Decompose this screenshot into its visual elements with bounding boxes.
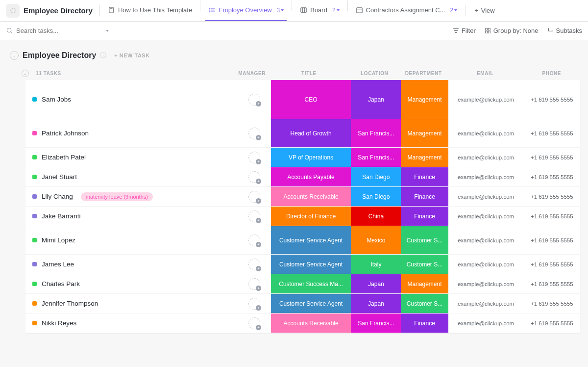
- chevron-down-icon[interactable]: [106, 30, 109, 32]
- col-department[interactable]: DEPARTMENT: [400, 71, 447, 76]
- search-input[interactable]: [16, 27, 90, 34]
- manager-cell[interactable]: [238, 187, 270, 206]
- location-cell[interactable]: San Francis...: [351, 314, 401, 333]
- location-cell[interactable]: San Diego: [351, 167, 401, 186]
- table-row[interactable]: Sam Jobs CEO Japan Management example@cl…: [25, 80, 580, 119]
- title-cell[interactable]: Customer Success Ma...: [271, 274, 351, 293]
- table-row[interactable]: Lily Chang maternity leave (9months) Acc…: [25, 187, 580, 207]
- collapse-icon[interactable]: ⌄: [22, 70, 29, 77]
- location-cell[interactable]: Mexico: [351, 226, 401, 254]
- search-input-wrap[interactable]: [6, 27, 109, 34]
- new-task-button[interactable]: + NEW TASK: [114, 52, 149, 58]
- phone-cell[interactable]: +1 619 555 5555: [524, 314, 580, 333]
- manager-cell[interactable]: [238, 167, 270, 186]
- phone-cell[interactable]: +1 619 555 5555: [524, 226, 580, 254]
- assign-manager-icon[interactable]: [248, 298, 260, 310]
- title-cell[interactable]: CEO: [271, 80, 351, 119]
- tab-how-to-use-this-template[interactable]: How to Use This Template: [105, 0, 195, 21]
- location-cell[interactable]: San Francis...: [351, 119, 401, 147]
- department-cell[interactable]: Customer S...: [401, 294, 448, 313]
- email-cell[interactable]: example@clickup.com: [448, 167, 524, 186]
- manager-cell[interactable]: [238, 274, 270, 293]
- department-cell[interactable]: Finance: [401, 314, 448, 333]
- name-cell[interactable]: Janel Stuart: [25, 167, 238, 186]
- tab-employe-overview[interactable]: Employe Overview 3: [205, 0, 287, 21]
- title-cell[interactable]: Director of Finance: [271, 207, 351, 226]
- add-view-button[interactable]: + View: [470, 7, 499, 14]
- collapse-icon[interactable]: ⌄: [10, 51, 19, 60]
- table-row[interactable]: Jennifer Thompson Customer Service Agent…: [25, 294, 580, 314]
- email-cell[interactable]: example@clickup.com: [448, 294, 524, 313]
- manager-cell[interactable]: [238, 226, 270, 254]
- col-location[interactable]: LOCATION: [349, 71, 400, 76]
- email-cell[interactable]: example@clickup.com: [448, 226, 524, 254]
- groupby-button[interactable]: Group by: None: [485, 27, 539, 34]
- manager-cell[interactable]: [238, 148, 270, 167]
- filter-button[interactable]: Filter: [453, 27, 476, 34]
- location-cell[interactable]: Japan: [351, 294, 401, 313]
- email-cell[interactable]: example@clickup.com: [448, 119, 524, 147]
- department-cell[interactable]: Management: [401, 119, 448, 147]
- table-row[interactable]: Elizabeth Patel VP of Operations San Fra…: [25, 148, 580, 167]
- assign-manager-icon[interactable]: [248, 152, 260, 163]
- title-cell[interactable]: Customer Service Agent: [271, 226, 351, 254]
- department-cell[interactable]: Finance: [401, 167, 448, 186]
- manager-cell[interactable]: [238, 80, 270, 119]
- title-cell[interactable]: VP of Operations: [271, 148, 351, 167]
- table-row[interactable]: Jake Barranti Director of Finance China …: [25, 207, 580, 226]
- title-cell[interactable]: Accounts Payable: [271, 167, 351, 186]
- department-cell[interactable]: Finance: [401, 207, 448, 226]
- location-cell[interactable]: Japan: [351, 80, 401, 119]
- assign-manager-icon[interactable]: [248, 235, 260, 246]
- name-cell[interactable]: Jennifer Thompson: [25, 294, 238, 313]
- info-icon[interactable]: ⓘ: [100, 51, 106, 60]
- assign-manager-icon[interactable]: [248, 191, 260, 203]
- table-row[interactable]: Charles Park Customer Success Ma... Japa…: [25, 274, 580, 294]
- name-cell[interactable]: Nikki Reyes: [25, 314, 238, 333]
- assign-manager-icon[interactable]: [248, 278, 260, 290]
- department-cell[interactable]: Management: [401, 274, 448, 293]
- subtasks-button[interactable]: Subtasks: [547, 27, 582, 34]
- email-cell[interactable]: example@clickup.com: [448, 207, 524, 226]
- email-cell[interactable]: example@clickup.com: [448, 80, 524, 119]
- assign-manager-icon[interactable]: [248, 259, 260, 270]
- phone-cell[interactable]: +1 619 555 5555: [524, 207, 580, 226]
- title-cell[interactable]: Accounts Receivable: [271, 187, 351, 206]
- tab-contractors-assignment-c[interactable]: Contractors Assignment C... 2: [353, 0, 461, 21]
- location-cell[interactable]: San Diego: [351, 187, 401, 206]
- assign-manager-icon[interactable]: [248, 317, 260, 329]
- phone-cell[interactable]: +1 619 555 5555: [524, 167, 580, 186]
- email-cell[interactable]: example@clickup.com: [448, 148, 524, 167]
- assign-manager-icon[interactable]: [248, 171, 260, 183]
- name-cell[interactable]: Jake Barranti: [25, 207, 238, 226]
- department-cell[interactable]: Customer S...: [401, 226, 448, 254]
- table-row[interactable]: James Lee Customer Service Agent Italy C…: [25, 255, 580, 274]
- table-row[interactable]: Mimi Lopez Customer Service Agent Mexico…: [25, 226, 580, 255]
- manager-cell[interactable]: [238, 119, 270, 147]
- manager-cell[interactable]: [238, 314, 270, 333]
- assign-manager-icon[interactable]: [248, 94, 260, 105]
- table-row[interactable]: Janel Stuart Accounts Payable San Diego …: [25, 167, 580, 187]
- assign-manager-icon[interactable]: [248, 128, 260, 139]
- name-cell[interactable]: Lily Chang maternity leave (9months): [25, 187, 238, 206]
- email-cell[interactable]: example@clickup.com: [448, 274, 524, 293]
- phone-cell[interactable]: +1 619 555 5555: [524, 294, 580, 313]
- location-cell[interactable]: Japan: [351, 274, 401, 293]
- location-cell[interactable]: China: [351, 207, 401, 226]
- name-cell[interactable]: Elizabeth Patel: [25, 148, 238, 167]
- manager-cell[interactable]: [238, 207, 270, 226]
- manager-cell[interactable]: [238, 255, 270, 274]
- phone-cell[interactable]: +1 619 555 5555: [524, 255, 580, 274]
- phone-cell[interactable]: +1 619 555 5555: [524, 274, 580, 293]
- phone-cell[interactable]: +1 619 555 5555: [524, 80, 580, 119]
- email-cell[interactable]: example@clickup.com: [448, 187, 524, 206]
- department-cell[interactable]: Management: [401, 148, 448, 167]
- manager-cell[interactable]: [238, 294, 270, 313]
- location-cell[interactable]: San Francis...: [351, 148, 401, 167]
- assign-manager-icon[interactable]: [248, 210, 260, 222]
- phone-cell[interactable]: +1 619 555 5555: [524, 119, 580, 147]
- location-cell[interactable]: Italy: [351, 255, 401, 274]
- name-cell[interactable]: James Lee: [25, 255, 238, 274]
- name-cell[interactable]: Sam Jobs: [25, 80, 238, 119]
- col-email[interactable]: EMAIL: [447, 71, 523, 76]
